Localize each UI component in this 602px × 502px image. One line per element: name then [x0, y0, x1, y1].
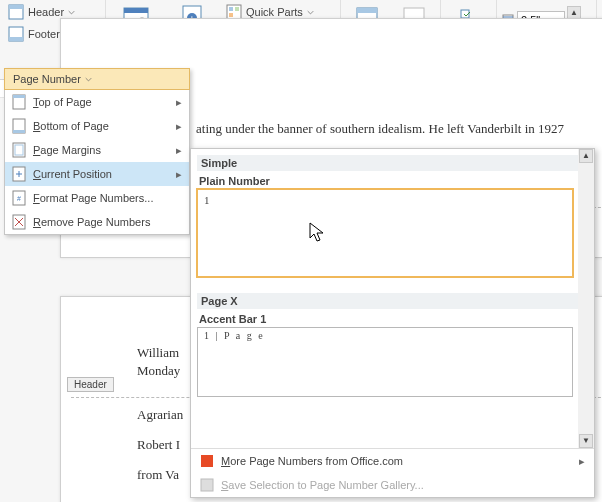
svg-text:#: # [17, 195, 21, 202]
header-label: Header [28, 6, 64, 18]
gallery-scrollbar[interactable]: ▲ ▼ [578, 149, 594, 448]
doc-line: ating under the banner of southern ideal… [196, 121, 564, 137]
page-number-menu: # Page Number TTop of Pageop of Page ▸ B… [4, 68, 190, 235]
svg-rect-19 [357, 8, 377, 13]
page-number-gallery: Simple Plain Number 1 Page X Accent Bar … [190, 148, 595, 498]
svg-rect-33 [13, 130, 25, 133]
format-icon: # [11, 190, 27, 206]
scroll-up-button[interactable]: ▲ [579, 149, 593, 163]
submenu-arrow-icon: ▸ [175, 120, 183, 133]
page-margins-icon [11, 142, 27, 158]
quick-parts-label: Quick Parts [246, 6, 303, 18]
page-bottom-icon [11, 118, 27, 134]
header-icon [8, 4, 24, 20]
doc-line: Robert I [137, 437, 180, 453]
svg-rect-3 [9, 37, 23, 41]
chevron-down-icon [307, 9, 314, 16]
svg-rect-1 [9, 5, 23, 9]
svg-rect-12 [235, 7, 239, 11]
chevron-down-icon [85, 76, 92, 83]
menu-remove-page-numbers[interactable]: Remove Page Numbers [5, 210, 189, 234]
svg-rect-5 [124, 8, 148, 13]
chevron-down-icon [68, 9, 75, 16]
submenu-arrow-icon: ▸ [578, 455, 586, 468]
svg-rect-42 [201, 455, 213, 467]
page-number-label: Page Number [13, 73, 81, 85]
doc-line: William [137, 345, 179, 361]
submenu-arrow-icon: ▸ [175, 96, 183, 109]
doc-line: Monday [137, 363, 180, 379]
gallery-item-plain-number[interactable]: 1 [197, 189, 573, 277]
office-icon [199, 453, 215, 469]
page-top-icon [11, 94, 27, 110]
header-tag: Header [67, 377, 114, 392]
save-selection-to-gallery: Save Selection to Page Number Gallery... [191, 473, 594, 497]
more-page-numbers[interactable]: More Page Numbers from Office.com ▸ [191, 449, 594, 473]
menu-page-margins[interactable]: Page Margins ▸ [5, 138, 189, 162]
gallery-item-accent-bar-label: Accent Bar 1 [197, 311, 588, 327]
svg-rect-13 [229, 13, 233, 17]
submenu-arrow-icon: ▸ [175, 144, 183, 157]
remove-icon [11, 214, 27, 230]
scroll-down-button[interactable]: ▼ [579, 434, 593, 448]
menu-current-position[interactable]: Current Position ▸ [5, 162, 189, 186]
footer-icon [8, 26, 24, 42]
menu-bottom-of-page[interactable]: Bottom of Page ▸ [5, 114, 189, 138]
footer-label: Footer [28, 28, 60, 40]
svg-rect-31 [13, 95, 25, 98]
page-number-button[interactable]: # Page Number [4, 68, 190, 90]
save-icon [199, 477, 215, 493]
gallery-section-simple: Simple [197, 155, 588, 171]
menu-format-page-numbers[interactable]: # Format Page Numbers... [5, 186, 189, 210]
svg-rect-43 [201, 479, 213, 491]
gallery-item-accent-bar-1[interactable]: 1 | P a g e [197, 327, 573, 397]
current-position-icon [11, 166, 27, 182]
submenu-arrow-icon: ▸ [175, 168, 183, 181]
doc-line: from Va [137, 467, 179, 483]
gallery-section-pagex: Page X [197, 293, 588, 309]
doc-line: Agrarian [137, 407, 183, 423]
menu-top-of-page[interactable]: TTop of Pageop of Page ▸ [5, 90, 189, 114]
svg-rect-11 [229, 7, 233, 11]
gallery-item-plain-number-label: Plain Number [197, 173, 588, 189]
